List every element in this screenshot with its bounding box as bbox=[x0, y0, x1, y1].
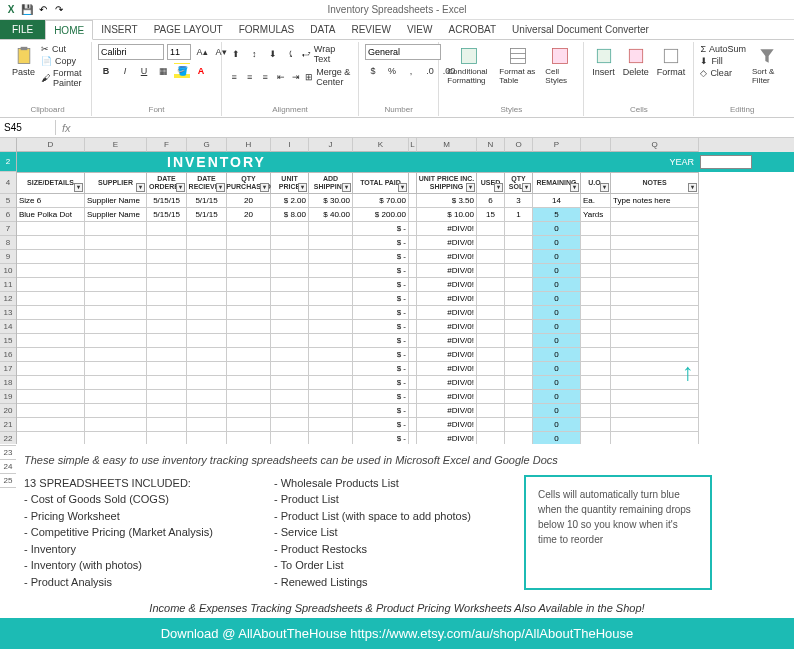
cell[interactable] bbox=[147, 376, 187, 390]
cell[interactable] bbox=[611, 278, 699, 292]
cell[interactable] bbox=[271, 278, 309, 292]
cell[interactable] bbox=[505, 362, 533, 376]
cell[interactable]: $ 70.00 bbox=[353, 194, 409, 208]
cell[interactable] bbox=[409, 264, 417, 278]
cell[interactable] bbox=[147, 278, 187, 292]
cell[interactable]: 0 bbox=[533, 292, 581, 306]
increase-decimal-icon[interactable]: .0 bbox=[422, 63, 438, 79]
cell[interactable] bbox=[611, 306, 699, 320]
cell[interactable] bbox=[271, 292, 309, 306]
cell[interactable]: 1 bbox=[505, 208, 533, 222]
cell[interactable] bbox=[409, 390, 417, 404]
cell[interactable]: 0 bbox=[533, 264, 581, 278]
fx-icon[interactable]: fx bbox=[56, 122, 77, 134]
cell[interactable]: #DIV/0! bbox=[417, 404, 477, 418]
cell[interactable] bbox=[271, 320, 309, 334]
comma-icon[interactable]: , bbox=[403, 63, 419, 79]
filter-dropdown-icon[interactable]: ▾ bbox=[522, 183, 531, 192]
cell[interactable]: 5/1/15 bbox=[187, 208, 227, 222]
cell[interactable] bbox=[477, 348, 505, 362]
format-painter-button[interactable]: 🖌 Format Painter bbox=[41, 68, 85, 88]
cell[interactable] bbox=[227, 250, 271, 264]
format-as-table-button[interactable]: Format as Table bbox=[497, 44, 539, 87]
col-header[interactable]: E bbox=[85, 138, 147, 152]
cell[interactable] bbox=[187, 376, 227, 390]
cell[interactable] bbox=[581, 432, 611, 444]
cell[interactable] bbox=[85, 390, 147, 404]
table-header[interactable] bbox=[409, 172, 417, 194]
row-header[interactable]: 17 bbox=[0, 362, 16, 376]
cell[interactable] bbox=[581, 222, 611, 236]
cell[interactable] bbox=[409, 194, 417, 208]
cell[interactable] bbox=[187, 278, 227, 292]
cell[interactable]: 14 bbox=[533, 194, 581, 208]
cell[interactable]: Supplier Name bbox=[85, 208, 147, 222]
cell[interactable]: $ - bbox=[353, 222, 409, 236]
cell[interactable]: $ - bbox=[353, 418, 409, 432]
indent-dec-icon[interactable]: ⇤ bbox=[274, 69, 286, 85]
cell[interactable]: 0 bbox=[533, 362, 581, 376]
cell[interactable] bbox=[581, 418, 611, 432]
cell[interactable]: #DIV/0! bbox=[417, 222, 477, 236]
filter-dropdown-icon[interactable]: ▾ bbox=[398, 183, 407, 192]
filter-dropdown-icon[interactable]: ▾ bbox=[466, 183, 475, 192]
cell[interactable]: 6 bbox=[477, 194, 505, 208]
cell[interactable] bbox=[477, 278, 505, 292]
row-header[interactable]: 25 bbox=[0, 474, 16, 488]
row-header[interactable]: 22 bbox=[0, 432, 16, 446]
col-header[interactable]: J bbox=[309, 138, 353, 152]
cell[interactable] bbox=[505, 264, 533, 278]
cell[interactable]: $ 30.00 bbox=[309, 194, 353, 208]
font-name-combo[interactable] bbox=[98, 44, 164, 60]
cell[interactable] bbox=[187, 264, 227, 278]
currency-icon[interactable]: $ bbox=[365, 63, 381, 79]
col-header[interactable]: P bbox=[533, 138, 581, 152]
cell[interactable] bbox=[309, 404, 353, 418]
cell[interactable] bbox=[17, 404, 85, 418]
cell[interactable] bbox=[227, 348, 271, 362]
row-header[interactable]: 7 bbox=[0, 222, 16, 236]
cell[interactable] bbox=[227, 292, 271, 306]
cell[interactable] bbox=[17, 320, 85, 334]
table-header[interactable]: UNIT PRICE▾ bbox=[271, 172, 309, 194]
table-header[interactable]: U.O.▾ bbox=[581, 172, 611, 194]
filter-dropdown-icon[interactable]: ▾ bbox=[176, 183, 185, 192]
cell[interactable] bbox=[227, 306, 271, 320]
cell[interactable] bbox=[17, 376, 85, 390]
table-header[interactable]: SUPPLIER▾ bbox=[85, 172, 147, 194]
cell[interactable]: Yards bbox=[581, 208, 611, 222]
tab-home[interactable]: HOME bbox=[45, 20, 93, 40]
cell[interactable] bbox=[409, 348, 417, 362]
cell[interactable] bbox=[271, 222, 309, 236]
cell[interactable] bbox=[505, 320, 533, 334]
increase-font-icon[interactable]: A▴ bbox=[194, 44, 210, 60]
cell[interactable] bbox=[611, 418, 699, 432]
align-right-icon[interactable]: ≡ bbox=[259, 69, 271, 85]
cell[interactable]: #DIV/0! bbox=[417, 250, 477, 264]
cell[interactable] bbox=[581, 292, 611, 306]
merge-center-button[interactable]: ⊞ Merge & Center bbox=[305, 67, 361, 87]
filter-dropdown-icon[interactable]: ▾ bbox=[342, 183, 351, 192]
cell[interactable] bbox=[309, 418, 353, 432]
grid[interactable]: DEFGHIJKLMNOPQ INVENTORY YEAR SIZE/DETAI… bbox=[17, 138, 794, 444]
align-bottom-icon[interactable]: ⬇ bbox=[265, 46, 280, 62]
fill-button[interactable]: ⬇ Fill bbox=[700, 56, 746, 66]
cell[interactable]: $ - bbox=[353, 348, 409, 362]
cell[interactable] bbox=[147, 348, 187, 362]
copy-button[interactable]: 📄 Copy bbox=[41, 56, 85, 66]
row-header[interactable]: 5 bbox=[0, 194, 16, 208]
cell[interactable] bbox=[147, 334, 187, 348]
row-header[interactable]: 19 bbox=[0, 390, 16, 404]
cell[interactable]: 0 bbox=[533, 306, 581, 320]
cell[interactable]: $ - bbox=[353, 432, 409, 444]
cell[interactable] bbox=[227, 278, 271, 292]
cell[interactable] bbox=[271, 418, 309, 432]
cell[interactable]: #DIV/0! bbox=[417, 390, 477, 404]
cell[interactable] bbox=[85, 250, 147, 264]
cell[interactable] bbox=[187, 306, 227, 320]
tab-formulas[interactable]: FORMULAS bbox=[231, 19, 303, 39]
cell[interactable] bbox=[505, 250, 533, 264]
row-header[interactable]: 18 bbox=[0, 376, 16, 390]
col-header[interactable]: I bbox=[271, 138, 309, 152]
cell[interactable] bbox=[309, 348, 353, 362]
